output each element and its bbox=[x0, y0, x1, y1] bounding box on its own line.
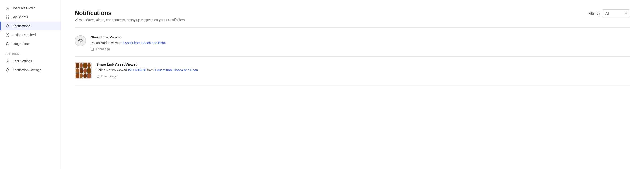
svg-point-11 bbox=[80, 40, 81, 41]
sidebar-action-required-label: Action Required bbox=[12, 33, 36, 37]
notification-body-1: Share Link Viewed Polina Norina viewed 1… bbox=[91, 35, 630, 51]
choco-thumbnail bbox=[75, 62, 92, 79]
sidebar-notifications-label: Notifications bbox=[12, 24, 30, 28]
board-icon bbox=[5, 15, 10, 19]
notification-body-2: Share Link Asset Viewed Polina Norina vi… bbox=[96, 62, 630, 78]
sidebar-profile-label: Joshua's Profile bbox=[12, 6, 35, 10]
choco-7 bbox=[84, 68, 87, 73]
svg-rect-3 bbox=[6, 17, 7, 19]
header-divider bbox=[75, 27, 630, 28]
sidebar-item-user-settings[interactable]: User Settings bbox=[0, 57, 60, 66]
choco-5 bbox=[76, 68, 79, 73]
svg-point-0 bbox=[7, 7, 8, 8]
bell-settings-icon bbox=[5, 68, 10, 72]
notification-icon-eye bbox=[75, 35, 86, 46]
page-subtitle: View updates, alerts, and requests to st… bbox=[75, 18, 185, 22]
settings-section-label: SETTINGS bbox=[0, 48, 60, 57]
choco-11 bbox=[84, 74, 87, 78]
page-header: Notifications View updates, alerts, and … bbox=[75, 9, 630, 22]
puzzle-icon bbox=[5, 42, 10, 46]
choco-3 bbox=[84, 63, 87, 68]
notification-text-1: Polina Norina viewed 1 Asset from Cocoa … bbox=[91, 41, 630, 45]
notification-title-1: Share Link Viewed bbox=[91, 35, 630, 39]
notification-time-2: 2 hours ago bbox=[96, 74, 630, 78]
filter-select-wrapper: All Share Link Asset Comment Task bbox=[602, 9, 630, 17]
notification-time-1: 1 hour ago bbox=[91, 47, 630, 51]
calendar-icon-1 bbox=[91, 48, 94, 51]
notification-title-2: Share Link Asset Viewed bbox=[96, 62, 630, 66]
svg-point-10 bbox=[7, 60, 8, 61]
profile-icon bbox=[5, 6, 10, 10]
choco-2 bbox=[80, 63, 83, 68]
notif2-link2[interactable]: 1 Asset from Cocoa and Bean bbox=[154, 68, 198, 72]
notif2-time: 2 hours ago bbox=[101, 74, 117, 78]
notif1-link[interactable]: 1 Asset from Cocoa and Bean bbox=[122, 41, 166, 45]
notification-item-1: Share Link Viewed Polina Norina viewed 1… bbox=[75, 30, 630, 57]
sidebar-item-notifications[interactable]: Notifications bbox=[0, 22, 60, 31]
notification-text-2: Polina Norina viewed IMG-695868 from 1 A… bbox=[96, 68, 630, 73]
notif2-link1[interactable]: IMG-695868 bbox=[128, 68, 146, 72]
page-header-text: Notifications View updates, alerts, and … bbox=[75, 9, 185, 22]
choco-6 bbox=[80, 68, 83, 73]
choco-10 bbox=[80, 74, 83, 78]
choco-1 bbox=[76, 63, 79, 68]
calendar-icon-2 bbox=[96, 75, 100, 78]
choco-9 bbox=[76, 74, 79, 78]
sidebar-user-settings-label: User Settings bbox=[12, 59, 32, 63]
sidebar: Joshua's Profile My Boards Notifications… bbox=[0, 0, 61, 169]
choco-12 bbox=[88, 74, 91, 78]
svg-rect-16 bbox=[97, 75, 99, 78]
notif1-text-before: Polina Norina viewed bbox=[91, 41, 122, 45]
page-title: Notifications bbox=[75, 9, 185, 17]
filter-select[interactable]: All Share Link Asset Comment Task bbox=[602, 9, 630, 17]
sidebar-item-profile[interactable]: Joshua's Profile bbox=[0, 4, 60, 13]
alert-circle-icon bbox=[5, 33, 10, 37]
notification-thumbnail-2 bbox=[75, 62, 92, 79]
sidebar-item-integrations[interactable]: Integrations bbox=[0, 39, 60, 48]
choco-8 bbox=[88, 68, 91, 73]
choco-4 bbox=[88, 63, 91, 68]
svg-rect-12 bbox=[91, 48, 94, 51]
svg-rect-2 bbox=[8, 16, 9, 17]
sidebar-item-notification-settings[interactable]: Notification Settings bbox=[0, 66, 60, 74]
svg-rect-1 bbox=[6, 16, 7, 17]
notif2-text-before: Polina Norina viewed bbox=[96, 68, 128, 72]
sidebar-my-boards-label: My Boards bbox=[12, 15, 28, 19]
sidebar-item-my-boards[interactable]: My Boards bbox=[0, 13, 60, 22]
filter-label: Filter by bbox=[588, 12, 600, 15]
sidebar-notification-settings-label: Notification Settings bbox=[12, 68, 41, 72]
sidebar-item-action-required[interactable]: Action Required bbox=[0, 31, 60, 39]
main-content: Notifications View updates, alerts, and … bbox=[61, 0, 644, 169]
bell-icon bbox=[5, 24, 10, 28]
notification-list: Share Link Viewed Polina Norina viewed 1… bbox=[75, 30, 630, 85]
user-settings-icon bbox=[5, 59, 10, 63]
filter-container: Filter by All Share Link Asset Comment T… bbox=[588, 9, 630, 17]
notif2-text-middle: from bbox=[146, 68, 154, 72]
sidebar-integrations-label: Integrations bbox=[12, 42, 30, 46]
notification-item-2: Share Link Asset Viewed Polina Norina vi… bbox=[75, 57, 630, 85]
svg-rect-4 bbox=[8, 17, 9, 19]
notif1-time: 1 hour ago bbox=[95, 47, 110, 51]
